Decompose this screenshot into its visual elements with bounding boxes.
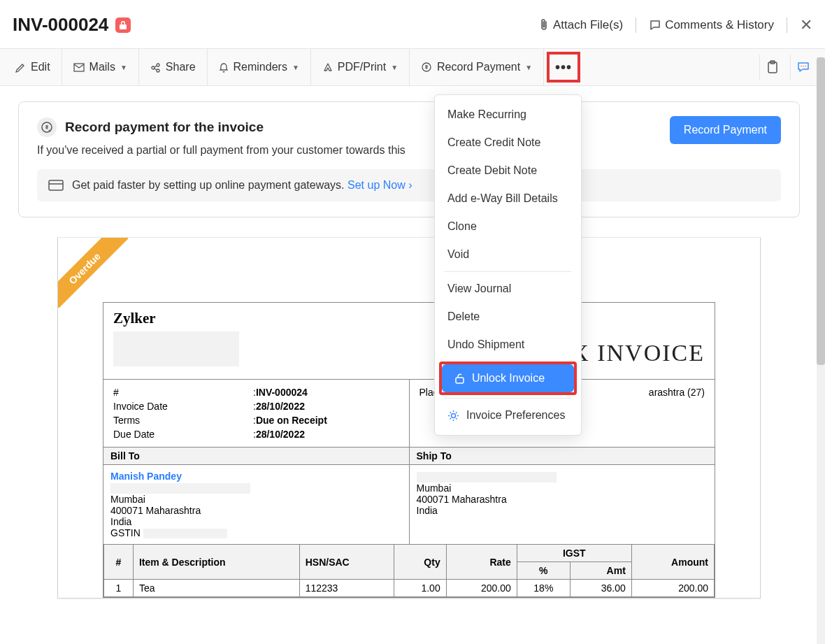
attach-files-link[interactable]: Attach File(s)	[538, 18, 623, 32]
pencil-icon	[15, 62, 26, 73]
setup-now-link[interactable]: Set up Now ›	[347, 179, 412, 191]
menu-create-debit-note[interactable]: Create Debit Note	[435, 157, 581, 185]
cell-rate: 200.00	[446, 580, 517, 597]
redacted-area	[417, 472, 557, 482]
share-label: Share	[166, 61, 196, 73]
divider	[636, 17, 636, 33]
th-desc: Item & Description	[133, 545, 299, 580]
cell-hsn: 112233	[299, 580, 394, 597]
th-igst: IGST	[517, 545, 631, 562]
redacted-area	[110, 483, 250, 494]
th-num: #	[104, 545, 134, 580]
detail-value: INV-000024	[256, 387, 308, 398]
cell-qty: 1.00	[394, 580, 446, 597]
more-button[interactable]: •••	[547, 52, 580, 83]
scrollbar-thumb[interactable]	[817, 57, 825, 365]
menu-create-credit-note[interactable]: Create Credit Note	[435, 129, 581, 157]
gateway-bar: Get paid faster by setting up online pay…	[37, 169, 781, 201]
chevron-down-icon: ▼	[292, 64, 299, 71]
svg-rect-12	[456, 378, 464, 383]
mails-button[interactable]: Mails ▼	[62, 49, 139, 85]
svg-point-8	[803, 66, 804, 67]
menu-invoice-preferences[interactable]: Invoice Preferences	[435, 401, 581, 429]
chevron-down-icon: ▼	[525, 64, 532, 71]
header-left: INV-000024	[13, 14, 131, 36]
menu-add-eway-bill[interactable]: Add e-Way Bill Details	[435, 185, 581, 213]
redacted-area	[113, 331, 239, 366]
scrollbar[interactable]	[817, 57, 825, 644]
detail-label: Invoice Date	[113, 401, 253, 412]
toolbar-right	[759, 55, 821, 80]
more-dropdown-menu: Make Recurring Create Credit Note Create…	[434, 94, 582, 436]
bill-to-col: Bill To Manish Pandey Mumbai 400071 Maha…	[103, 448, 410, 544]
ship-to-city: Mumbai	[417, 482, 708, 494]
ship-to-country: India	[417, 505, 708, 516]
reminders-button[interactable]: Reminders ▼	[208, 49, 311, 85]
mail-icon	[73, 63, 85, 72]
attach-files-label: Attach File(s)	[553, 18, 623, 32]
menu-divider	[445, 271, 571, 272]
menu-view-journal[interactable]: View Journal	[435, 275, 581, 303]
page-header: INV-000024 Attach File(s) Comments & His…	[0, 0, 825, 48]
detail-label: #	[113, 387, 253, 398]
invoice-details: #: INV-000024 Invoice Date: 28/10/2022 T…	[103, 380, 715, 448]
record-payment-cta[interactable]: Record Payment	[670, 116, 781, 144]
bill-to-name[interactable]: Manish Pandey	[110, 471, 402, 482]
svg-point-13	[452, 413, 456, 417]
invoice-document: Zylker AX INVOICE #: INV-000024 Invoice …	[103, 302, 715, 598]
menu-undo-shipment[interactable]: Undo Shipment	[435, 331, 581, 359]
svg-point-3	[157, 69, 159, 72]
cell-pct: 18%	[517, 580, 570, 597]
divider	[787, 17, 787, 33]
th-pct: %	[517, 562, 570, 580]
gateway-text: Get paid faster by setting up online pay…	[72, 179, 347, 191]
menu-clone[interactable]: Clone	[435, 213, 581, 241]
svg-rect-11	[49, 180, 63, 190]
pdf-icon	[322, 62, 333, 73]
highlight-box: Unlock Invoice	[439, 362, 577, 395]
gstin-label: GSTIN	[110, 527, 141, 538]
cell-amt: 36.00	[570, 580, 631, 597]
bill-to-city: Mumbai	[110, 494, 402, 505]
menu-delete[interactable]: Delete	[435, 303, 581, 331]
chat-button[interactable]	[790, 55, 815, 80]
payment-card: Record payment for the invoice If you've…	[18, 101, 800, 217]
invoice-title: INV-000024	[13, 14, 108, 36]
pdf-print-button[interactable]: PDF/Print ▼	[311, 49, 410, 85]
lock-icon	[115, 17, 131, 33]
th-amount: Amount	[631, 545, 714, 580]
cell-desc: Tea	[133, 580, 299, 597]
ship-to-body: Mumbai 400071 Maharashtra India	[410, 465, 715, 522]
cell-amount: 200.00	[631, 580, 714, 597]
svg-point-1	[152, 66, 155, 69]
cell-num: 1	[104, 580, 134, 597]
menu-void[interactable]: Void	[435, 241, 581, 269]
th-amt: Amt	[570, 562, 631, 580]
record-payment-button[interactable]: Record Payment ▼	[410, 49, 544, 85]
th-rate: Rate	[446, 545, 517, 580]
clipboard-button[interactable]	[759, 55, 784, 80]
menu-make-recurring[interactable]: Make Recurring	[435, 101, 581, 129]
pdf-print-label: PDF/Print	[338, 61, 386, 73]
chevron-down-icon: ▼	[120, 64, 127, 71]
close-icon[interactable]: ✕	[800, 16, 812, 34]
card-icon	[48, 180, 64, 191]
share-button[interactable]: Share	[139, 49, 208, 85]
bill-to-header: Bill To	[103, 448, 409, 465]
mails-label: Mails	[89, 61, 115, 73]
th-hsn: HSN/SAC	[299, 545, 394, 580]
detail-value: 28/10/2022	[256, 429, 305, 440]
edit-button[interactable]: Edit	[4, 49, 62, 85]
ship-to-col: Ship To Mumbai 400071 Maharashtra India	[410, 448, 715, 544]
menu-unlock-invoice[interactable]: Unlock Invoice	[442, 364, 574, 392]
paperclip-icon	[538, 19, 550, 31]
overdue-ribbon	[58, 238, 128, 308]
ship-to-header: Ship To	[410, 448, 715, 465]
comments-history-label: Comments & History	[665, 18, 774, 32]
svg-point-9	[805, 66, 806, 67]
chat-icon	[796, 61, 810, 73]
comments-history-link[interactable]: Comments & History	[649, 18, 774, 32]
chevron-down-icon: ▼	[391, 64, 398, 71]
company-block: Zylker	[113, 310, 239, 366]
dollar-icon	[421, 62, 432, 73]
